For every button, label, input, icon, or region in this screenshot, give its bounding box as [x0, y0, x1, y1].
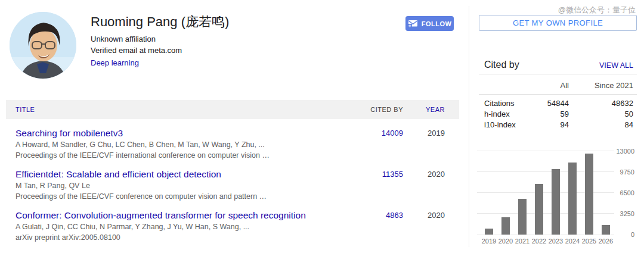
paper-authors: A Gulati, J Qin, CC Chiu, N Parmar, Y Zh… — [16, 222, 349, 232]
paper-authors: A Howard, M Sandler, G Chu, LC Chen, B C… — [16, 140, 349, 149]
paper-title-link[interactable]: Efficientdet: Scalable and efficient obj… — [16, 168, 349, 180]
chart-ytick-label: 6500 — [615, 189, 634, 196]
chart-bar-2020 — [501, 217, 510, 235]
profile-affiliation: Unknown affiliation — [91, 35, 156, 43]
watermark-text: @微信公众号：量子位 — [558, 5, 636, 15]
chart-bar-2022 — [535, 184, 543, 235]
divider — [479, 94, 637, 95]
table-row: Efficientdet: Scalable and efficient obj… — [6, 168, 459, 201]
avatar — [10, 12, 76, 79]
divider — [479, 74, 637, 74]
paper-venue: Proceedings of the IEEE/CVF internationa… — [16, 151, 349, 160]
column-header-cited-by: CITED BY — [349, 106, 403, 113]
articles-rows: Searching for mobilenetv3 A Howard, M Sa… — [6, 127, 459, 253]
paper-info: Conformer: Convolution-augmented transfo… — [16, 210, 349, 242]
avatar-photo-illustration — [10, 12, 76, 79]
chart-ytick-label: 13000 — [615, 148, 634, 155]
chart-bar-2025 — [585, 154, 593, 235]
citations-chart-plot — [477, 151, 614, 235]
stats-header-row: All Since 2021 — [479, 81, 637, 90]
profile-verified-email: Verified email at meta.com — [91, 46, 182, 55]
stat-label: h-index — [479, 110, 524, 118]
paper-cited-by-link[interactable]: 14009 — [349, 127, 403, 138]
paper-info: Searching for mobilenetv3 A Howard, M Sa… — [16, 127, 349, 160]
citations-chart: 032506500975013000 201920202021202220232… — [477, 151, 637, 249]
paper-year: 2019 — [403, 251, 445, 253]
paper-info: Mnasnet: Platform-aware neural architect… — [16, 251, 349, 253]
paper-year: 2020 — [403, 168, 445, 179]
paper-authors: M Tan, R Pang, QV Le — [16, 181, 349, 190]
stat-label: Citations — [479, 99, 524, 108]
stat-value-since: 50 — [569, 110, 633, 118]
chart-bar-2023 — [552, 169, 560, 235]
cited-by-heading: Cited by — [484, 60, 519, 70]
stat-label: i10-index — [479, 120, 524, 129]
articles-table: TITLE CITED BY YEAR Searching for mobile… — [6, 100, 459, 253]
table-row: Mnasnet: Platform-aware neural architect… — [6, 251, 459, 253]
paper-venue: arXiv preprint arXiv:2005.08100 — [16, 233, 349, 242]
stats-header-since: Since 2021 — [569, 81, 633, 90]
vertical-divider — [469, 6, 469, 247]
paper-title-link[interactable]: Searching for mobilenetv3 — [16, 127, 349, 139]
envelope-plus-icon — [408, 20, 418, 28]
profile-name: Ruoming Pang (庞若鸣) — [91, 13, 229, 31]
stat-value-all: 54844 — [524, 99, 569, 108]
follow-button-label: FOLLOW — [422, 20, 452, 27]
paper-cited-by-link[interactable]: 11355 — [349, 168, 403, 179]
chart-gridline — [477, 213, 614, 214]
chart-ytick-label: 9750 — [615, 168, 634, 176]
table-row: Searching for mobilenetv3 A Howard, M Sa… — [6, 127, 459, 160]
chart-bar-2026 — [602, 225, 610, 235]
chart-bar-2021 — [518, 199, 527, 235]
chart-gridline — [477, 192, 614, 193]
chart-gridline — [477, 151, 614, 151]
follow-button[interactable]: FOLLOW — [405, 16, 454, 31]
chart-bar-2019 — [485, 229, 493, 235]
stat-value-all: 94 — [524, 120, 569, 129]
paper-cited-by-link[interactable]: 4863 — [349, 210, 403, 220]
stat-value-all: 59 — [524, 110, 569, 118]
column-header-year[interactable]: YEAR — [403, 106, 445, 113]
get-my-own-profile-label: GET MY OWN PROFILE — [513, 18, 603, 27]
paper-venue: Proceedings of the IEEE/CVF conference o… — [16, 192, 349, 201]
chart-gridline — [477, 171, 614, 172]
paper-year: 2020 — [403, 210, 445, 220]
interest-link-deep-learning[interactable]: Deep learning — [91, 58, 139, 67]
table-row: Conformer: Convolution-augmented transfo… — [6, 210, 459, 242]
paper-year: 2019 — [403, 127, 445, 138]
chart-bar-2024 — [568, 163, 577, 235]
paper-title-link[interactable]: Mnasnet: Platform-aware neural architect… — [16, 251, 349, 253]
chart-gridline — [477, 235, 614, 235]
view-all-link[interactable]: VIEW ALL — [599, 61, 633, 70]
get-my-own-profile-button[interactable]: GET MY OWN PROFILE — [479, 15, 637, 31]
paper-info: Efficientdet: Scalable and efficient obj… — [16, 168, 349, 201]
articles-table-header: TITLE CITED BY YEAR — [6, 100, 459, 119]
paper-cited-by-link[interactable]: 4608 — [349, 251, 403, 253]
column-header-title[interactable]: TITLE — [16, 106, 349, 113]
stats-row: h-index 59 50 — [479, 110, 637, 118]
chart-ytick-label: 0 — [615, 231, 634, 238]
chart-xtick-label: 2026 — [596, 238, 615, 245]
stat-value-since: 48632 — [569, 99, 633, 108]
chart-ytick-label: 3250 — [615, 210, 634, 217]
stats-row: i10-index 94 84 — [479, 120, 637, 129]
stats-header-all: All — [524, 81, 569, 90]
stat-value-since: 84 — [569, 120, 633, 129]
stats-row: Citations 54844 48632 — [479, 99, 637, 108]
paper-title-link[interactable]: Conformer: Convolution-augmented transfo… — [16, 210, 349, 221]
